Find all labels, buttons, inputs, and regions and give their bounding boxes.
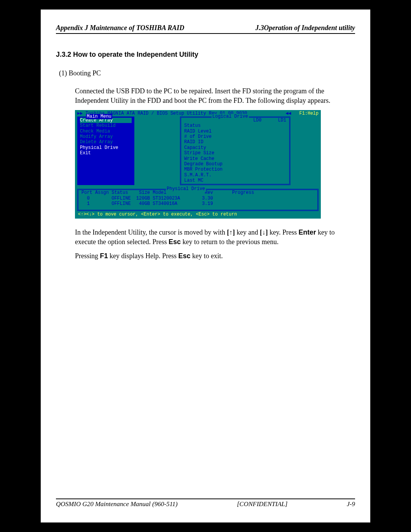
menu-start-rebuild[interactable]: Start Rebuild bbox=[80, 123, 132, 128]
logical-drive-box: Logical Drive LD0 LD1 Status RAID Level … bbox=[180, 117, 290, 185]
ld-row: Last MC bbox=[184, 178, 286, 183]
up-key: [↑] bbox=[227, 228, 235, 236]
bios-title: Toshiba MAGNIA ATA RAID / BIOS Setup Uti… bbox=[86, 111, 283, 116]
header-rule bbox=[56, 33, 355, 34]
page-footer: QOSMIO G20 Maintenance Manual (960-511) … bbox=[56, 498, 355, 508]
logical-drive-title: Logical Drive bbox=[212, 114, 249, 119]
physical-drive-title: Physical Drive bbox=[166, 186, 206, 192]
footer-left: QOSMIO G20 Maintenance Manual (960-511) bbox=[56, 500, 178, 508]
arrow-left-icon: ◀◀ bbox=[283, 111, 299, 116]
enter-key: Enter bbox=[299, 228, 316, 236]
bios-mid-area: Main Menu Create Array Start Rebuild Che… bbox=[75, 117, 321, 185]
main-menu-title: Main Menu bbox=[86, 114, 112, 119]
footer-rule bbox=[56, 498, 355, 499]
footer-row: QOSMIO G20 Maintenance Manual (960-511) … bbox=[56, 500, 355, 508]
menu-physical-drive[interactable]: Physical Drive bbox=[80, 145, 132, 150]
ld-row: RAID Level bbox=[184, 129, 286, 134]
menu-check-media[interactable]: Check Media bbox=[80, 129, 132, 134]
footer-mid: [CONFIDENTIAL] bbox=[237, 500, 287, 508]
ld-row: Write Cache bbox=[184, 156, 286, 161]
ld-row: Stripe Size bbox=[184, 150, 286, 156]
menu-delete-array[interactable]: Delete Array bbox=[80, 139, 132, 145]
down-key: [↓] bbox=[260, 228, 268, 236]
menu-exit[interactable]: Exit bbox=[80, 150, 132, 156]
ld-row: S.M.A.R.T. bbox=[184, 173, 286, 178]
header-right: J.3Operation of Independent utility bbox=[255, 24, 355, 32]
physical-drive-row: 1 OFFLINE 40GB ST340016A 3.19 bbox=[81, 201, 314, 206]
esc-key: Esc bbox=[169, 238, 181, 246]
document-page: Appendix J Maintenance of TOSHIBA RAID J… bbox=[41, 10, 370, 522]
ld-row: # of Drive bbox=[184, 134, 286, 139]
physical-drive-box: Physical Drive Port Assgn Status Size Mo… bbox=[77, 189, 319, 211]
arrow-right-icon: ▶▶ bbox=[77, 111, 86, 116]
menu-modify-array[interactable]: Modify Array bbox=[80, 134, 132, 139]
main-menu-box: Main Menu Create Array Start Rebuild Che… bbox=[77, 117, 134, 185]
bios-screenshot: ▶▶ Toshiba MAGNIA ATA RAID / BIOS Setup … bbox=[75, 110, 321, 219]
ld-row: Status bbox=[184, 123, 286, 128]
f1-key: F1 bbox=[100, 252, 108, 260]
bios-help-hint: F1:Help bbox=[299, 111, 319, 116]
ld-row: RAID ID bbox=[184, 139, 286, 145]
ld-row: Degrade Bootup bbox=[184, 161, 286, 167]
section-heading: J.3.2 How to operate the Independent Uti… bbox=[56, 51, 355, 59]
footer-right: J-9 bbox=[347, 500, 355, 508]
paragraph-1: Connected the USB FDD to the PC to be re… bbox=[75, 86, 355, 105]
esc-key: Esc bbox=[178, 252, 191, 260]
bios-footer-hint: <↑><↓> to move cursor, <Enter> to execut… bbox=[75, 211, 321, 219]
ld-row: MBR Protection bbox=[184, 167, 286, 172]
header-left: Appendix J Maintenance of TOSHIBA RAID bbox=[56, 24, 184, 32]
ld-row: Capacity bbox=[184, 145, 286, 150]
paragraph-2: In the Independent Utility, the cursor i… bbox=[75, 228, 355, 247]
paragraph-3: Pressing F1 key displays Help. Press Esc… bbox=[75, 251, 355, 261]
page-header: Appendix J Maintenance of TOSHIBA RAID J… bbox=[56, 24, 355, 32]
physical-drive-row: 0 OFFLINE 120GB ST3120023A 3.30 bbox=[81, 196, 314, 201]
step-1-label: (1) Booting PC bbox=[59, 69, 355, 77]
